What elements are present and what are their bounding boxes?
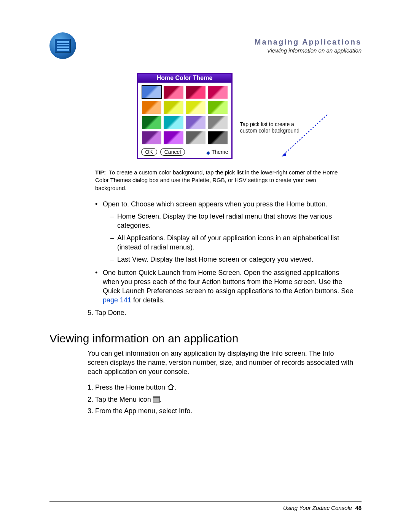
color-swatch-13[interactable] <box>164 131 183 144</box>
step-1: 1. Press the Home button . <box>88 383 354 393</box>
document-page: Managing Applications Viewing informatio… <box>0 0 411 532</box>
bullet-open-to: Open to. Choose which screen appears whe… <box>95 200 354 264</box>
chapter-title: Managing Applications <box>255 38 362 46</box>
color-swatch-4[interactable] <box>142 101 162 114</box>
tip-label: TIP: <box>95 169 106 176</box>
page-footer: Using Your Zodiac Console 48 <box>283 505 362 511</box>
theme-picklist[interactable]: Theme <box>206 149 228 155</box>
home-icon <box>167 383 175 393</box>
chapter-subtitle: Viewing information on an application <box>255 47 362 54</box>
quick-launch-text-pre: One button Quick Launch from Home Screen… <box>103 269 353 295</box>
color-swatch-5[interactable] <box>164 101 183 114</box>
step-5: 5. Tap Done. <box>88 309 362 317</box>
body-content: Open to. Choose which screen appears whe… <box>95 200 354 305</box>
home-color-theme-dialog: Home Color Theme OK Cancel Theme <box>137 73 233 159</box>
figure-home-color-theme: Home Color Theme OK Cancel Theme Tap pic… <box>84 73 362 159</box>
tip-block: TIP:To create a custom color background,… <box>95 169 342 192</box>
color-swatch-12[interactable] <box>142 131 162 144</box>
color-swatch-9[interactable] <box>164 116 183 129</box>
step-2: 2. Tap the Menu icon . <box>88 395 354 404</box>
figure-annotation: Tap pick list to create a custom color b… <box>240 121 309 134</box>
color-swatch-grid <box>138 83 231 147</box>
quick-launch-text-post: for details. <box>131 296 165 304</box>
svg-marker-1 <box>282 153 286 157</box>
page-header: Managing Applications Viewing informatio… <box>49 32 362 59</box>
dash-last-view: Last View. Display the last Home screen … <box>110 255 354 264</box>
tip-text: To create a custom color background, tap… <box>95 169 338 191</box>
menu-icon <box>153 396 160 403</box>
color-swatch-15[interactable] <box>208 131 228 144</box>
color-swatch-11[interactable] <box>208 116 228 129</box>
diamond-icon <box>206 149 210 153</box>
footer-rule <box>49 501 362 502</box>
dialog-title: Home Color Theme <box>138 74 231 83</box>
color-swatch-3[interactable] <box>208 86 228 99</box>
theme-picklist-label: Theme <box>212 149 228 155</box>
bullet-quick-launch: One button Quick Launch from Home Screen… <box>95 268 354 305</box>
ok-button[interactable]: OK <box>141 148 157 156</box>
section-intro: You can get information on any applicati… <box>88 349 354 377</box>
cancel-button[interactable]: Cancel <box>160 148 185 156</box>
section-body: You can get information on any applicati… <box>88 349 354 416</box>
step-1-pre: 1. Press the Home button <box>88 383 167 391</box>
color-swatch-1[interactable] <box>164 86 183 99</box>
color-swatch-14[interactable] <box>186 131 206 144</box>
page-141-link[interactable]: page 141 <box>103 296 131 304</box>
color-swatch-0[interactable] <box>142 86 162 99</box>
color-swatch-10[interactable] <box>186 116 206 129</box>
dash-home-screen: Home Screen. Display the top level radia… <box>110 212 354 230</box>
bullet-open-to-text: Open to. Choose which screen appears whe… <box>103 200 327 208</box>
color-swatch-8[interactable] <box>142 116 162 129</box>
page-number: 48 <box>355 505 362 511</box>
color-swatch-7[interactable] <box>208 101 228 114</box>
step-3: 3. From the App menu, select Info. <box>88 406 354 415</box>
step-2-pre: 2. Tap the Menu icon <box>88 396 153 403</box>
dash-all-applications: All Applications. Display all of your ap… <box>110 233 354 252</box>
step-1-post: . <box>175 383 177 391</box>
section-heading: Viewing information on an application <box>49 332 362 345</box>
footer-text: Using Your Zodiac Console <box>283 505 352 511</box>
chapter-icon <box>49 32 76 59</box>
color-swatch-6[interactable] <box>186 101 206 114</box>
header-rule <box>49 61 362 61</box>
color-swatch-2[interactable] <box>186 86 206 99</box>
step-2-post: . <box>160 396 162 403</box>
